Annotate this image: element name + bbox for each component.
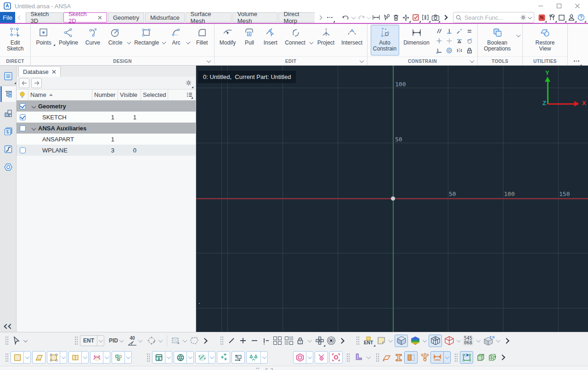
- collapsed-row-drag-handle[interactable]: [256, 367, 259, 370]
- select-cursor-icon[interactable]: [11, 335, 22, 347]
- profile-group-drag-handle[interactable]: [346, 353, 350, 362]
- database-tab-close-icon[interactable]: [52, 70, 56, 74]
- visible-column-header[interactable]: Visible: [118, 90, 141, 100]
- ribbon-overflow-icon[interactable]: [571, 56, 582, 66]
- close-button[interactable]: [574, 3, 581, 9]
- equal-constraint-icon[interactable]: [464, 26, 475, 36]
- solid-box-icon[interactable]: [475, 352, 486, 363]
- lock-constraint-icon[interactable]: [464, 45, 475, 55]
- counter-dropdown-icon[interactable]: [476, 338, 481, 342]
- note-dropdown-icon[interactable]: [389, 338, 393, 342]
- mesh-table-button[interactable]: [152, 351, 172, 364]
- modify-button[interactable]: Modify: [216, 25, 239, 46]
- show-plus-icon[interactable]: [237, 335, 249, 347]
- name-column-header[interactable]: Name: [28, 90, 92, 100]
- boolean-operations-button[interactable]: Boolean Operations: [480, 25, 515, 52]
- search-input[interactable]: [464, 14, 518, 22]
- focus-target-icon[interactable]: [325, 335, 337, 347]
- transform-button[interactable]: [232, 351, 245, 364]
- number-column-header[interactable]: Number: [92, 90, 118, 100]
- fillet-button[interactable]: Fillet: [192, 25, 213, 46]
- surface-new-button[interactable]: [11, 351, 31, 364]
- column-options-icon[interactable]: [186, 91, 193, 99]
- boolean-dropdown-icon[interactable]: [516, 33, 520, 37]
- edit-expand-icon[interactable]: [360, 58, 364, 63]
- sidebar-notes-icon[interactable]: [0, 68, 16, 84]
- tabs-scroll-right-icon[interactable]: [315, 12, 325, 22]
- fastener-fan-icon[interactable]: [419, 352, 430, 363]
- sketch-group-more-icon[interactable]: [499, 354, 505, 360]
- sketch-mode-button[interactable]: [460, 351, 473, 364]
- tabs-scroll-left-icon[interactable]: [15, 12, 25, 22]
- box-select-icon[interactable]: [170, 335, 181, 347]
- mirror-constraint-icon[interactable]: [454, 45, 464, 55]
- viewport[interactable]: 0: Untitled, Current Part: Untitled 100 …: [196, 66, 588, 332]
- surface-group-drag-handle[interactable]: [5, 353, 8, 362]
- tab-direct-morph[interactable]: Direct Morp: [278, 12, 314, 22]
- visibility-more-icon[interactable]: [339, 338, 345, 344]
- curve-button[interactable]: Curve: [82, 25, 104, 46]
- surface-3d-button[interactable]: [32, 351, 45, 364]
- red-wireframe-cube-icon[interactable]: [443, 335, 455, 347]
- redo-icon[interactable]: [356, 12, 366, 22]
- collapsed-row-partial-icon[interactable]: [265, 368, 273, 370]
- polyline-button[interactable]: Polyline: [56, 25, 81, 46]
- search-settings-gear-icon[interactable]: [520, 14, 526, 21]
- project-button[interactable]: Project: [314, 25, 338, 46]
- move-icon[interactable]: [401, 12, 411, 22]
- connection-point-button[interactable]: [329, 351, 343, 364]
- entity-highlight-button[interactable]: ENT: [362, 335, 375, 347]
- surface-split-button[interactable]: [68, 351, 89, 364]
- table-row-geometry[interactable]: Geometry: [17, 101, 196, 112]
- shaded-view-button[interactable]: [395, 335, 408, 347]
- rectangle-dropdown-icon[interactable]: [162, 40, 166, 45]
- entity-counter[interactable]: 545 068: [463, 335, 474, 346]
- mesh-sphere-button[interactable]: [174, 351, 194, 364]
- surface-corner-dropdown-icon[interactable]: [60, 352, 67, 363]
- file-menu-button[interactable]: File: [0, 12, 15, 23]
- line-points-dropdown-icon[interactable]: [208, 352, 215, 363]
- surface-split-dropdown-icon[interactable]: [81, 352, 88, 363]
- minimize-button[interactable]: [537, 3, 544, 9]
- lock-view-icon[interactable]: [294, 335, 306, 347]
- table-row-ansa-auxiliaries[interactable]: ANSA Auxiliaries: [17, 123, 196, 134]
- edit-sketch-button[interactable]: Edit Sketch: [1, 25, 29, 52]
- auxiliaries-expand-caret-icon[interactable]: [32, 126, 36, 130]
- collinear-constraint-icon[interactable]: [454, 26, 464, 36]
- orientation-squares-icon[interactable]: [314, 335, 325, 347]
- midpoint-constraint-icon[interactable]: [434, 36, 444, 45]
- mesh-group-drag-handle[interactable]: [147, 353, 150, 362]
- visibility-group-drag-handle[interactable]: [220, 336, 223, 345]
- sidebar-materials-icon[interactable]: [0, 159, 16, 175]
- maximize-button[interactable]: [556, 3, 562, 9]
- note-icon[interactable]: [375, 335, 387, 347]
- points-button[interactable]: Points: [32, 25, 55, 46]
- mesh-table-dropdown-icon[interactable]: [165, 352, 172, 363]
- invert-visibility-icon[interactable]: [260, 335, 271, 347]
- restore-view-button[interactable]: Restore View: [530, 25, 561, 52]
- sketch-group-drag-handle[interactable]: [454, 353, 458, 362]
- search-dropdown-icon[interactable]: [527, 15, 532, 19]
- show-partial-grid-icon[interactable]: [283, 335, 294, 347]
- coincident-constraint-icon[interactable]: [444, 36, 454, 45]
- bolt-dropdown-icon[interactable]: [306, 352, 313, 363]
- sidebar-database-tree-icon[interactable]: [0, 86, 16, 102]
- history-back-button[interactable]: [19, 78, 29, 88]
- snap-dropdown-icon[interactable]: [158, 338, 163, 342]
- tab-close-icon[interactable]: [98, 16, 102, 20]
- circle-dropdown-icon[interactable]: [127, 40, 132, 45]
- arc-dropdown-icon[interactable]: [187, 40, 191, 45]
- mesh-box-icon[interactable]: [486, 352, 498, 363]
- tab-geometry[interactable]: Geometry: [108, 12, 144, 22]
- dimension-button[interactable]: Dimension: [400, 25, 434, 46]
- rectangle-button[interactable]: Rectangle: [132, 25, 161, 46]
- entity-mode-button[interactable]: ENT: [80, 335, 104, 346]
- arc-button[interactable]: Arc: [167, 25, 186, 46]
- insert-button[interactable]: Insert: [260, 25, 281, 46]
- measure-distance-dropdown-icon[interactable]: [443, 352, 450, 363]
- geometry-visibility-checkbox[interactable]: [20, 103, 26, 109]
- tab-sketch-2d[interactable]: Sketch 2D: [63, 12, 107, 22]
- line-points-button[interactable]: [195, 351, 215, 364]
- wplane-visibility-checkbox[interactable]: [20, 147, 26, 153]
- database-tab[interactable]: Database: [18, 66, 61, 77]
